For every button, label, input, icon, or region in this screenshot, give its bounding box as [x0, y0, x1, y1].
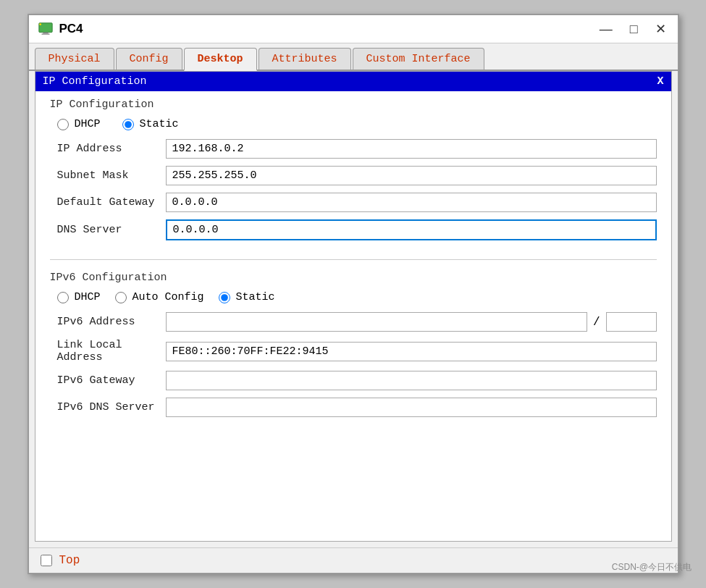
pc-icon [38, 21, 54, 37]
ipv6-address-input[interactable] [166, 312, 587, 332]
default-gateway-row: Default Gateway [50, 193, 657, 212]
ipv6-address-row: IPv6 Address / [50, 312, 657, 332]
ip-address-input[interactable] [166, 139, 657, 159]
dns-server-label: DNS Server [50, 224, 166, 236]
title-bar-left: PC4 [38, 21, 83, 37]
tab-physical[interactable]: Physical [35, 48, 114, 70]
svg-rect-1 [43, 33, 48, 34]
minimize-button[interactable]: — [597, 22, 615, 35]
ipv6-config-section: IPv6 Configuration DHCP Auto Config Stat… [35, 264, 671, 432]
ip-config-header-title: IP Configuration [43, 75, 147, 88]
tab-config[interactable]: Config [116, 48, 182, 70]
tab-desktop[interactable]: Desktop [184, 48, 257, 71]
ipv6-dns-row: IPv6 DNS Server [50, 398, 657, 417]
dns-server-row: DNS Server [50, 219, 657, 240]
tab-bar: Physical Config Desktop Attributes Custo… [29, 43, 678, 71]
default-gateway-label: Default Gateway [50, 196, 166, 209]
ipv6-auto-config-label: Auto Config [133, 291, 204, 303]
static-label: Static [140, 118, 179, 130]
ipv6-auto-config-radio[interactable] [115, 292, 127, 303]
main-window: PC4 — □ ✕ Physical Config Desktop Attrib… [28, 14, 679, 574]
dns-server-input[interactable] [166, 219, 657, 240]
svg-point-3 [39, 23, 41, 25]
static-radio[interactable] [122, 119, 134, 130]
title-bar: PC4 — □ ✕ [29, 15, 678, 43]
close-button[interactable]: ✕ [652, 22, 669, 35]
link-local-address-row: Link Local Address [50, 339, 657, 364]
ipv6-dhcp-radio[interactable] [57, 292, 69, 303]
ipv6-dns-input[interactable] [166, 398, 657, 417]
ip-section-title: IP Configuration [50, 98, 657, 111]
ip-address-label: IP Address [50, 143, 166, 155]
tab-custom-interface[interactable]: Custom Interface [353, 48, 484, 70]
ip-config-header: IP Configuration X [35, 72, 671, 91]
link-local-input[interactable] [166, 342, 657, 361]
ip-config-section: IP Configuration DHCP Static IP Address [35, 91, 671, 255]
watermark: CSDN-@今日不供电 [612, 561, 692, 574]
slash-separator: / [587, 316, 606, 329]
svg-rect-2 [41, 33, 49, 34]
ipv6-static-label: Static [236, 291, 275, 303]
ipv6-auto-config-radio-label[interactable]: Auto Config [115, 291, 204, 303]
subnet-mask-row: Subnet Mask [50, 166, 657, 185]
ipv6-address-label: IPv6 Address [50, 316, 166, 328]
ipv6-static-radio[interactable] [219, 292, 230, 303]
ip-mode-radio-row: DHCP Static [50, 118, 657, 130]
subnet-mask-input[interactable] [166, 166, 657, 185]
top-label: Top [59, 554, 80, 567]
ipv6-static-radio-label[interactable]: Static [219, 291, 275, 303]
ipv6-dns-label: IPv6 DNS Server [50, 401, 166, 413]
ip-address-row: IP Address [50, 139, 657, 159]
bottom-bar: Top [29, 547, 678, 573]
section-divider [50, 259, 657, 260]
ipv6-dhcp-radio-label[interactable]: DHCP [57, 291, 101, 303]
ipv6-mode-radio-row: DHCP Auto Config Static [50, 291, 657, 303]
title-controls: — □ ✕ [597, 22, 669, 35]
static-radio-label[interactable]: Static [122, 118, 179, 130]
dhcp-radio-label[interactable]: DHCP [57, 118, 101, 130]
window-title: PC4 [59, 22, 83, 36]
ip-config-close-button[interactable]: X [657, 75, 663, 88]
content-area: IP Configuration X IP Configuration DHCP… [35, 71, 672, 542]
ipv6-section-title: IPv6 Configuration [50, 272, 657, 284]
dhcp-label: DHCP [75, 118, 101, 130]
ipv6-gateway-label: IPv6 Gateway [50, 374, 166, 387]
dhcp-radio[interactable] [57, 119, 69, 130]
default-gateway-input[interactable] [166, 193, 657, 212]
subnet-mask-label: Subnet Mask [50, 169, 166, 182]
link-local-label: Link Local Address [50, 339, 166, 364]
maximize-button[interactable]: □ [627, 22, 641, 35]
ipv6-prefix-input[interactable] [606, 312, 657, 332]
ipv6-dhcp-label: DHCP [75, 291, 101, 303]
ipv6-gateway-input[interactable] [166, 371, 657, 390]
tab-attributes[interactable]: Attributes [259, 48, 351, 70]
top-checkbox[interactable] [41, 555, 52, 566]
ipv6-gateway-row: IPv6 Gateway [50, 371, 657, 390]
